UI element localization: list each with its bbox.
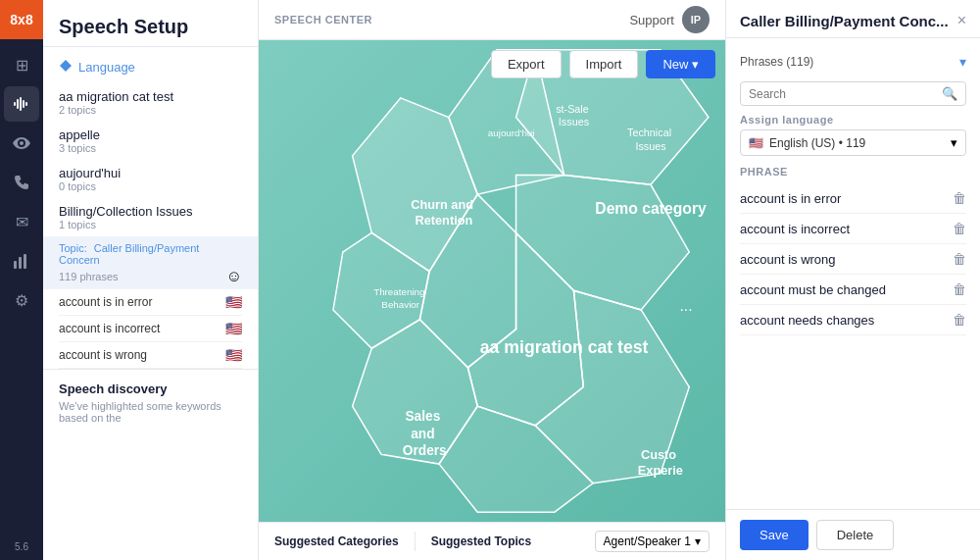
suggested-categories-label: Suggested Categories xyxy=(274,535,399,548)
svg-rect-2 xyxy=(20,97,22,111)
export-button[interactable]: Export xyxy=(491,50,562,78)
svg-text:Custo
          Experie: Custo Experie xyxy=(638,447,683,478)
phrases-header-label: Phrases (119) xyxy=(740,55,813,69)
delete-phrase-button[interactable]: 🗑 xyxy=(953,190,966,206)
save-button[interactable]: Save xyxy=(740,520,808,550)
user-avatar[interactable]: IP xyxy=(682,6,710,33)
assign-language-label: Assign language xyxy=(740,114,966,126)
sidebar-phrases-list: account is in error 🇺🇸 account is incorr… xyxy=(43,289,258,369)
phrase-text: account must be changed xyxy=(740,282,886,297)
agent-speaker-select[interactable]: Agent/Speaker 1 ▾ xyxy=(595,531,710,552)
search-box: 🔍 xyxy=(740,81,966,106)
sidebar-title: Speech Setup xyxy=(43,0,258,47)
flag-us-icon: 🇺🇸 xyxy=(749,136,763,150)
svg-text:aa migration cat test: aa migration cat test xyxy=(480,337,649,357)
svg-text:st-Sale
          Issues: st-Sale Issues xyxy=(556,103,592,128)
language-select[interactable]: 🇺🇸 English (US) • 119 ▾ xyxy=(740,129,966,156)
phrase-row: account needs changes 🗑 xyxy=(740,305,966,335)
delete-phrase-button[interactable]: 🗑 xyxy=(953,221,966,236)
item-name: appelle xyxy=(59,127,242,142)
gear-icon[interactable]: ⚙ xyxy=(4,282,39,318)
phrase-text: account is wrong xyxy=(59,348,147,362)
emoji-button[interactable]: ☺ xyxy=(226,268,242,285)
sidebar-selected-topic[interactable]: Topic: Caller Billing/Payment Concern 11… xyxy=(43,236,258,289)
search-input[interactable] xyxy=(749,87,936,101)
waveform-icon[interactable] xyxy=(4,86,39,122)
new-button[interactable]: New ▾ xyxy=(646,50,715,78)
svg-text:Demo category: Demo category xyxy=(595,200,707,217)
phrase-text: account is wrong xyxy=(740,252,836,267)
discovery-text: We've highlighted some keywords based on… xyxy=(59,400,242,424)
phrase-row: account is in error 🗑 xyxy=(740,183,966,214)
phrase-text: account needs changes xyxy=(740,313,874,328)
bottom-panel: Suggested Categories Suggested Topics Ag… xyxy=(259,522,725,560)
app-name: SPEECH CENTER xyxy=(274,14,372,25)
sidebar-phrase-row: account is incorrect 🇺🇸 xyxy=(59,316,242,342)
phrase-row: account must be changed 🗑 xyxy=(740,275,966,305)
svg-text:···: ··· xyxy=(679,301,692,318)
import-button[interactable]: Import xyxy=(569,50,639,78)
version-label: 5.6 xyxy=(15,541,28,560)
phrase-text: account is in error xyxy=(740,191,841,206)
svg-rect-6 xyxy=(19,257,22,269)
support-link[interactable]: Support xyxy=(629,13,674,27)
delete-button[interactable]: Delete xyxy=(816,520,895,550)
grid-icon[interactable]: ⊞ xyxy=(4,47,39,82)
svg-rect-7 xyxy=(24,254,26,269)
speech-discovery-section: Speech discovery We've highlighted some … xyxy=(43,369,258,435)
sidebar-phrase-row: account is in error 🇺🇸 xyxy=(59,289,242,316)
item-sub: 2 topics xyxy=(59,104,242,116)
svg-text:aujourd'hui: aujourd'hui xyxy=(488,127,535,138)
right-panel-body: Phrases (119) ▾ 🔍 Assign language 🇺🇸 Eng… xyxy=(726,38,980,509)
sidebar-item-appelle[interactable]: appelle 3 topics xyxy=(43,122,258,160)
phrase-row: account is incorrect 🗑 xyxy=(740,214,966,244)
sidebar: Speech Setup Language aa migration cat t… xyxy=(43,0,259,560)
phrases-header[interactable]: Phrases (119) ▾ xyxy=(740,48,966,76)
right-panel: Caller Billing/Payment Conc... × Phrases… xyxy=(725,0,980,560)
delete-phrase-button[interactable]: 🗑 xyxy=(953,312,966,328)
item-sub: 1 topics xyxy=(59,219,242,230)
language-select-value: English (US) • 119 xyxy=(769,136,865,150)
item-name: aa migration cat test xyxy=(59,89,242,104)
phrase-text: account is incorrect xyxy=(740,222,850,236)
phrase-row: account is wrong 🗑 xyxy=(740,244,966,275)
sidebar-item-billing[interactable]: Billing/Collection Issues 1 topics xyxy=(43,198,258,236)
discovery-title: Speech discovery xyxy=(59,382,242,396)
delete-phrase-button[interactable]: 🗑 xyxy=(953,251,966,267)
viz-svg: st-Sale Issues aujourd'hui Technical Iss… xyxy=(259,40,725,522)
language-item[interactable]: Language xyxy=(59,55,242,79)
eye-icon[interactable] xyxy=(4,126,39,161)
language-icon xyxy=(59,59,73,76)
svg-rect-4 xyxy=(25,102,27,106)
action-bar: Export Import New ▾ xyxy=(491,50,715,78)
chart-icon[interactable] xyxy=(4,243,39,279)
svg-marker-8 xyxy=(60,60,72,72)
visualization-area: Export Import New ▾ xyxy=(259,40,725,522)
item-sub: 3 topics xyxy=(59,142,242,154)
language-label: Language xyxy=(78,60,135,75)
chevron-down-icon: ▾ xyxy=(951,135,957,150)
right-panel-footer: Save Delete xyxy=(726,509,980,560)
top-bar: SPEECH CENTER Support IP xyxy=(259,0,725,40)
voronoi-viz: st-Sale Issues aujourd'hui Technical Iss… xyxy=(259,40,725,522)
right-panel-header: Caller Billing/Payment Conc... × xyxy=(726,0,980,38)
logo: 8x8 xyxy=(0,0,43,39)
svg-text:Churn and
          Retention: Churn and Retention xyxy=(411,197,476,228)
chevron-down-icon: ▾ xyxy=(695,535,701,548)
close-button[interactable]: × xyxy=(957,12,966,29)
suggested-topics-label: Suggested Topics xyxy=(431,535,531,548)
message-icon[interactable]: ✉ xyxy=(4,204,39,239)
phrase-text: account is incorrect xyxy=(59,322,160,335)
flag-icon: 🇺🇸 xyxy=(225,321,242,336)
right-panel-title: Caller Billing/Payment Conc... xyxy=(740,13,957,29)
phone-icon[interactable] xyxy=(4,165,39,200)
item-name: aujourd'hui xyxy=(59,166,242,180)
sidebar-item-aujourdhui[interactable]: aujourd'hui 0 topics xyxy=(43,160,258,198)
main-content: SPEECH CENTER Support IP Export Import N… xyxy=(259,0,725,560)
sidebar-item-aa-migration[interactable]: aa migration cat test 2 topics xyxy=(43,83,258,122)
agent-speaker-value: Agent/Speaker 1 xyxy=(604,535,691,548)
svg-text:Threatening
          Behavior: Threatening Behavior xyxy=(373,286,427,310)
delete-phrase-button[interactable]: 🗑 xyxy=(953,281,966,297)
suggested-categories-section: Suggested Categories xyxy=(274,535,399,548)
svg-rect-5 xyxy=(14,261,17,269)
